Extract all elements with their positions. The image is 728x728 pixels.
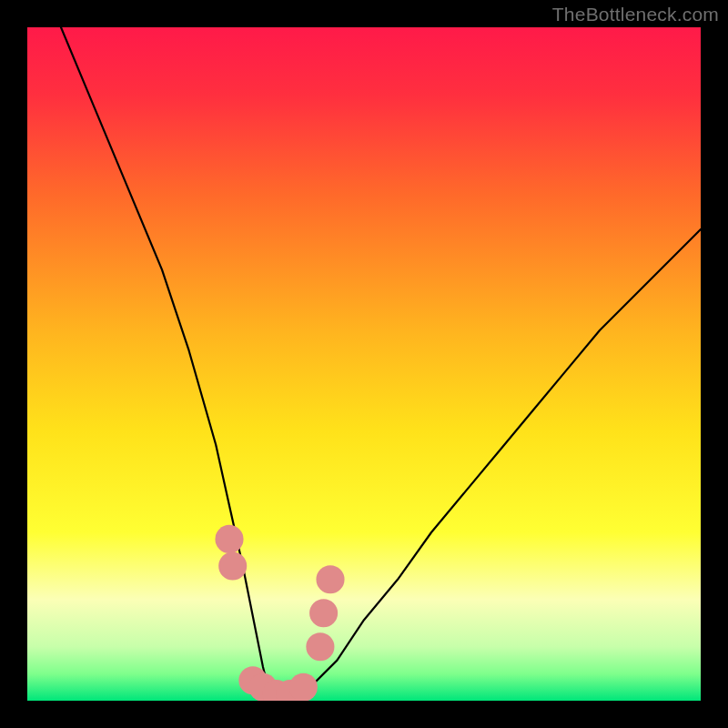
bottleneck-curve — [61, 27, 701, 701]
data-marker — [289, 673, 318, 701]
attribution-text: TheBottleneck.com — [552, 4, 719, 25]
data-marker — [316, 565, 344, 593]
curve-markers — [215, 525, 344, 701]
outer-frame: TheBottleneck.com — [0, 0, 728, 728]
chart-svg — [27, 27, 701, 701]
data-marker — [218, 551, 247, 580]
plot-area — [27, 27, 701, 701]
data-marker — [309, 599, 338, 627]
data-marker — [215, 525, 243, 553]
data-marker — [306, 632, 334, 661]
